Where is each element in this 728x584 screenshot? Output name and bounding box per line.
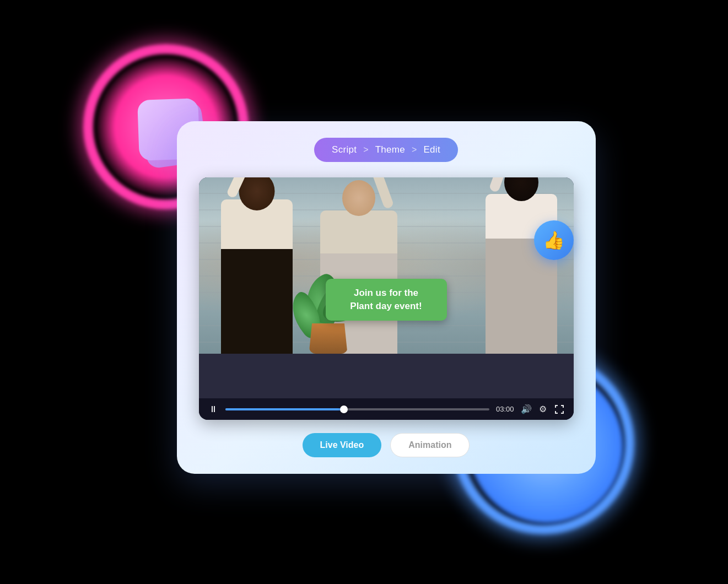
live-video-tab[interactable]: Live Video [303,433,382,457]
tab-bar: Live Video Animation [303,433,470,457]
video-content: Join us for the Plant day event! [199,177,574,398]
pause-button[interactable]: ⏸ [208,404,219,414]
pause-icon: ⏸ [209,404,218,414]
progress-bar[interactable] [225,408,489,410]
fullscreen-button[interactable] [554,404,565,414]
progress-fill [225,408,344,410]
video-scene: Join us for the Plant day event! [199,177,574,354]
video-player: Join us for the Plant day event! ⏸ 03:00 [199,177,574,420]
animation-tab[interactable]: Animation [390,433,470,457]
person-mid-head [342,180,375,216]
video-controls-bar: ⏸ 03:00 🔊 ⚙ [199,398,574,420]
breadcrumb: Script > Theme > Edit [314,138,458,162]
person-right-figure [486,194,557,354]
video-caption: Join us for the Plant day event! [326,279,447,321]
main-card: Script > Theme > Edit [177,121,596,474]
settings-button[interactable]: ⚙ [537,404,548,414]
person-left-figure [221,199,293,354]
breadcrumb-sep-1: > [363,145,368,155]
thumbs-up-badge: 👍 [534,220,574,260]
breadcrumb-edit[interactable]: Edit [423,144,440,155]
main-scene: Script > Theme > Edit [89,44,640,540]
breadcrumb-sep-2: > [412,145,417,155]
fullscreen-icon [554,404,564,414]
thumbs-up-icon: 👍 [543,230,565,251]
progress-dot [340,405,348,413]
caption-line2: Plant day event! [342,300,430,313]
time-display: 03:00 [496,405,514,413]
volume-icon: 🔊 [521,404,532,414]
volume-button[interactable]: 🔊 [521,404,532,414]
right-controls: 🔊 ⚙ [521,404,565,414]
settings-icon: ⚙ [539,404,547,414]
breadcrumb-theme[interactable]: Theme [375,144,405,155]
person-right-head [504,177,538,201]
plant-pot [309,323,348,354]
person-left-head [239,177,274,210]
caption-line1: Join us for the [342,286,430,300]
breadcrumb-script[interactable]: Script [332,144,357,155]
